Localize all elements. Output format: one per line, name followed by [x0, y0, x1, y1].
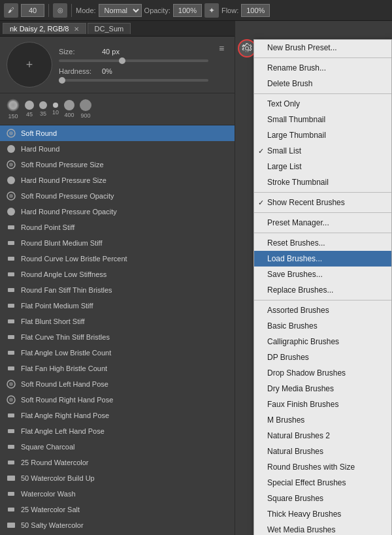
brush-tool-icon[interactable]: 🖌 — [4, 3, 18, 18]
menu-item-label: Load Brushes... — [267, 254, 322, 263]
size-thumb[interactable] — [119, 57, 125, 64]
menu-item-special-effect-brushes[interactable]: Special Effect Brushes — [254, 475, 391, 491]
brush-item[interactable]: Flat Point Medium Stiff — [0, 298, 235, 314]
opacity-label: Opacity: — [144, 7, 171, 14]
brush-list[interactable]: Soft RoundHard RoundSoft Round Pressure … — [0, 125, 235, 535]
menu-item-basic-brushes[interactable]: Basic Brushes — [254, 318, 391, 334]
brush-item[interactable]: Hard Round Pressure Size — [0, 172, 235, 188]
mode-select[interactable]: Normal — [99, 4, 142, 17]
flow-input[interactable] — [241, 4, 270, 17]
tab-daisy[interactable]: nk Daisy 2, RGB/8 ✕ — [3, 23, 86, 34]
menu-item-square-brushes[interactable]: Square Brushes — [254, 491, 391, 506]
tab-dc[interactable]: DC_Sum — [88, 23, 131, 34]
brush-options-icon[interactable]: ≡ — [215, 42, 228, 55]
opacity-input[interactable] — [173, 4, 202, 17]
brush-item[interactable]: Round Blunt Medium Stiff — [0, 235, 235, 251]
brush-item[interactable]: 50 Watercolor Build Up — [0, 470, 235, 486]
thumb-45[interactable]: 45 — [25, 101, 34, 118]
menu-item-rename-brush[interactable]: Rename Brush... — [254, 60, 391, 76]
brush-item-icon — [5, 441, 17, 453]
svg-point-8 — [7, 208, 15, 216]
brush-item[interactable]: 25 Round Watercolor — [0, 455, 235, 470]
brush-item[interactable]: Watercolor Wash — [0, 486, 235, 502]
hardness-track[interactable] — [59, 79, 208, 82]
brush-item[interactable]: Round Fan Stiff Thin Bristles — [0, 282, 235, 298]
menu-item-replace-brushes[interactable]: Replace Brushes... — [254, 282, 391, 298]
menu-item-drop-shadow-brushes[interactable]: Drop Shadow Brushes — [254, 365, 391, 381]
brush-item[interactable]: Flat Angle Right Hand Pose — [0, 408, 235, 423]
menu-item-small-list[interactable]: ✓Small List — [254, 143, 391, 159]
brush-item-icon — [5, 143, 17, 155]
brush-item[interactable]: 25 Watercolor Salt — [0, 502, 235, 517]
brush-item-name: 25 Round Watercolor — [21, 459, 89, 466]
airbrush-icon[interactable]: ✦ — [204, 3, 219, 18]
brush-item[interactable]: Flat Angle Left Hand Pose — [0, 423, 235, 439]
menu-item-label: Dry Media Brushes — [267, 384, 334, 393]
menu-item-small-thumbnail[interactable]: Small Thumbnail — [254, 112, 391, 127]
menu-item-label: Faux Finish Brushes — [267, 400, 338, 409]
hardness-thumb[interactable] — [59, 77, 65, 84]
menu-item-dp-brushes[interactable]: DP Brushes — [254, 349, 391, 365]
menu-item-save-brushes[interactable]: Save Brushes... — [254, 267, 391, 282]
menu-item-preset-manager[interactable]: Preset Manager... — [254, 215, 391, 231]
menu-item-natural-brushes[interactable]: Natural Brushes — [254, 444, 391, 459]
brush-item[interactable]: Round Angle Low Stiffness — [0, 267, 235, 282]
menu-item-m-brushes[interactable]: M Brushes — [254, 412, 391, 428]
menu-item-thick-heavy-brushes[interactable]: Thick Heavy Brushes — [254, 506, 391, 522]
brush-item-name: 50 Salty Watercolor — [21, 521, 84, 529]
brush-item-icon — [5, 347, 17, 359]
brush-item[interactable]: Soft Round Left Hand Pose — [0, 376, 235, 392]
brush-item[interactable]: Hard Round — [0, 141, 235, 157]
menu-item-calligraphic-brushes[interactable]: Calligraphic Brushes — [254, 334, 391, 349]
menu-item-natural-brushes-2[interactable]: Natural Brushes 2 — [254, 428, 391, 444]
menu-item-new-preset[interactable]: New Brush Preset... — [254, 40, 391, 56]
svg-rect-18 — [8, 366, 14, 370]
menu-item-text-only[interactable]: Text Only — [254, 96, 391, 112]
brush-item[interactable]: Soft Round Pressure Size — [0, 157, 235, 172]
menu-item-stroke-thumbnail[interactable]: Stroke Thumbnail — [254, 174, 391, 190]
thumb-10[interactable]: 10 — [52, 103, 59, 116]
brush-item-icon — [5, 378, 17, 390]
brush-item[interactable]: Soft Round Right Hand Pose — [0, 392, 235, 408]
brush-item[interactable]: Square Charcoal — [0, 439, 235, 455]
brush-item[interactable]: Round Curve Low Bristle Percent — [0, 251, 235, 267]
brush-size-input[interactable] — [21, 4, 44, 17]
brush-item-icon — [5, 237, 17, 249]
size-track[interactable] — [59, 59, 208, 62]
brush-item[interactable]: Hard Round Pressure Opacity — [0, 204, 235, 219]
brush-item[interactable]: Flat Fan High Bristle Count — [0, 361, 235, 376]
menu-item-show-recent[interactable]: ✓Show Recent Brushes — [254, 195, 391, 210]
hardness-label: Hardness: — [59, 67, 98, 75]
menu-item-faux-finish-brushes[interactable]: Faux Finish Brushes — [254, 397, 391, 412]
menu-item-large-thumbnail[interactable]: Large Thumbnail — [254, 127, 391, 143]
brush-item-icon — [5, 300, 17, 312]
menu-item-load-brushes[interactable]: Load Brushes... — [254, 251, 391, 267]
menu-item-wet-media-brushes[interactable]: Wet Media Brushes — [254, 522, 391, 535]
brush-item[interactable]: Round Point Stiff — [0, 219, 235, 235]
brush-item[interactable]: Flat Curve Thin Stiff Bristles — [0, 329, 235, 345]
menu-item-large-list[interactable]: Large List — [254, 159, 391, 174]
tab-close-daisy[interactable]: ✕ — [74, 25, 79, 33]
menu-item-delete-brush[interactable]: Delete Brush — [254, 76, 391, 91]
brush-item-name: Round Point Stiff — [21, 223, 74, 231]
menu-item-label: Save Brushes... — [267, 270, 323, 279]
brush-item[interactable]: Soft Round — [0, 125, 235, 141]
thumb-35[interactable]: 35 — [39, 101, 47, 117]
brush-item-name: Soft Round Pressure Opacity — [21, 192, 114, 200]
menu-item-assorted-brushes[interactable]: Assorted Brushes — [254, 302, 391, 318]
thumb-400[interactable]: 400 — [64, 100, 74, 118]
menu-item-reset-brushes[interactable]: Reset Brushes... — [254, 235, 391, 251]
svg-point-1 — [9, 131, 13, 135]
menu-item-round-brushes-size[interactable]: Round Brushes with Size — [254, 459, 391, 475]
brush-item[interactable]: Flat Blunt Short Stiff — [0, 314, 235, 329]
brush-item[interactable]: 50 Salty Watercolor — [0, 517, 235, 533]
thumb-150[interactable]: 150 — [7, 99, 20, 120]
menu-item-label: Natural Brushes 2 — [267, 431, 330, 440]
menu-item-dry-media-brushes[interactable]: Dry Media Brushes — [254, 381, 391, 397]
menu-separator — [254, 192, 391, 193]
thumb-900[interactable]: 900 — [80, 99, 91, 119]
brush-item[interactable]: Flat Angle Low Bristle Count — [0, 345, 235, 361]
brush-select-icon[interactable]: ◎ — [53, 3, 67, 18]
svg-rect-24 — [8, 429, 14, 433]
brush-item[interactable]: Soft Round Pressure Opacity — [0, 188, 235, 204]
